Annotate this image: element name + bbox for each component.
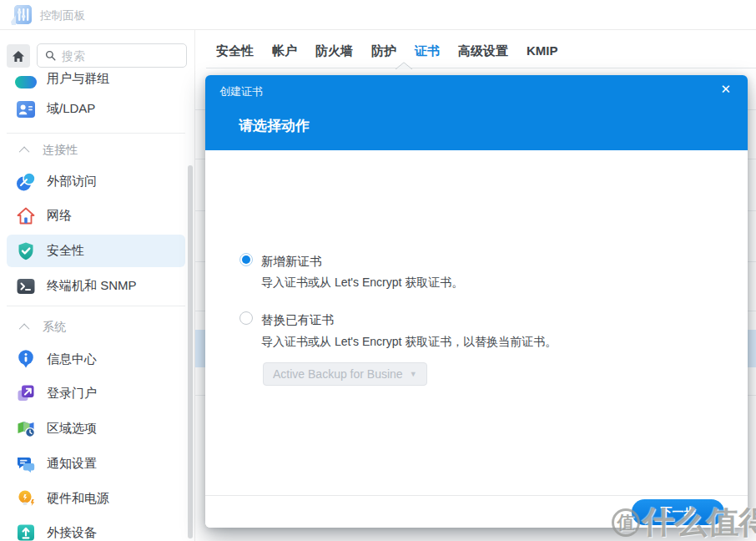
sidebar-item-label: 用户与群组 bbox=[47, 71, 109, 87]
chevron-up-icon bbox=[19, 146, 30, 157]
sidebar-item-network[interactable]: 网络 bbox=[0, 199, 194, 233]
active-tab-caret bbox=[395, 62, 413, 69]
sidebar-item-login-portal[interactable]: 登录门户 bbox=[0, 377, 194, 411]
radio-replace-existing-certificate[interactable] bbox=[239, 311, 253, 325]
sidebar-item-external-access[interactable]: 外部访问 bbox=[0, 164, 194, 199]
tab-bar: 安全性帐户防火墙防护证书高级设置KMIP bbox=[216, 43, 558, 59]
sidebar-item-regional-options[interactable]: 区域选项 bbox=[0, 412, 194, 446]
tab-安全性[interactable]: 安全性 bbox=[216, 43, 254, 59]
dialog-footer: 下一步 bbox=[205, 495, 748, 528]
login-portal-icon bbox=[15, 382, 37, 404]
sidebar-item-label: 终端机和 SNMP bbox=[47, 278, 137, 294]
home-button[interactable] bbox=[7, 44, 30, 68]
external-devices-icon bbox=[15, 522, 37, 541]
chevron-up-icon bbox=[19, 323, 30, 334]
create-certificate-dialog: 创建证书 ✕ 请选择动作 新增新证书导入证书或从 Let's Encrypt 获… bbox=[205, 75, 748, 528]
sidebar-item-label: 区域选项 bbox=[47, 421, 97, 437]
sidebar-item-label: 登录门户 bbox=[47, 386, 97, 402]
sidebar-menu: 用户与群组 域/LDAP 连接性 外部访问 网络 安全性 bbox=[0, 69, 194, 541]
sidebar-item-hardware-power[interactable]: 硬件和电源 bbox=[0, 482, 194, 516]
dialog-title: 创建证书 bbox=[219, 84, 263, 99]
tab-防护[interactable]: 防护 bbox=[371, 43, 396, 59]
radio-add-new-certificate[interactable] bbox=[239, 253, 253, 266]
hardware-power-icon bbox=[15, 488, 37, 509]
sidebar-item-security[interactable]: 安全性 bbox=[0, 234, 194, 268]
sidebar-section-label: 连接性 bbox=[43, 143, 78, 158]
tab-高级设置[interactable]: 高级设置 bbox=[458, 43, 508, 59]
network-icon bbox=[15, 205, 37, 227]
radio-option-label[interactable]: 替换已有证书 bbox=[261, 312, 334, 328]
sidebar-divider bbox=[7, 306, 185, 306]
tab-证书[interactable]: 证书 bbox=[415, 43, 440, 59]
sidebar-section-connectivity[interactable]: 连接性 bbox=[0, 134, 194, 168]
sidebar-item-label: 通知设置 bbox=[47, 456, 97, 472]
regional-options-icon bbox=[15, 417, 37, 439]
radio-option-description: 导入证书或从 Let's Encrypt 获取证书。 bbox=[261, 276, 463, 291]
sidebar: 用户与群组 域/LDAP 连接性 外部访问 网络 安全性 bbox=[0, 30, 194, 541]
chevron-down-icon: ▼ bbox=[410, 370, 417, 378]
close-icon[interactable]: ✕ bbox=[720, 82, 731, 97]
certificate-select-value: Active Backup for Busine bbox=[273, 367, 403, 381]
terminal-icon bbox=[15, 276, 37, 297]
window-titlebar: 控制面板 bbox=[0, 0, 756, 30]
sidebar-item-info-center[interactable]: 信息中心 bbox=[0, 342, 194, 377]
sidebar-item-label: 域/LDAP bbox=[47, 101, 95, 117]
sidebar-section-system[interactable]: 系统 bbox=[0, 311, 194, 345]
search-input[interactable] bbox=[62, 49, 179, 63]
tab-panel-edge bbox=[206, 68, 756, 68]
tab-帐户[interactable]: 帐户 bbox=[272, 43, 297, 59]
control-panel-window: 控制面板 用户与群组 域/LDAP bbox=[0, 0, 756, 541]
notification-icon bbox=[15, 453, 37, 474]
home-icon bbox=[12, 50, 25, 63]
security-shield-icon bbox=[15, 240, 37, 262]
dialog-heading: 请选择动作 bbox=[239, 116, 310, 135]
domain-ldap-icon bbox=[15, 99, 37, 120]
external-access-icon bbox=[15, 171, 37, 193]
radio-option-label[interactable]: 新增新证书 bbox=[261, 254, 322, 270]
sidebar-item-notification[interactable]: 通知设置 bbox=[0, 447, 194, 481]
sidebar-item-label: 网络 bbox=[47, 208, 72, 224]
radio-option-description: 导入证书或从 Let's Encrypt 获取证书，以替换当前证书。 bbox=[261, 335, 557, 350]
sidebar-item-label: 安全性 bbox=[47, 243, 84, 259]
tab-KMIP[interactable]: KMIP bbox=[527, 43, 558, 59]
sidebar-item-label: 外部访问 bbox=[47, 174, 97, 190]
sidebar-item-external-devices[interactable]: 外接设备 bbox=[0, 516, 194, 541]
sidebar-scrollbar[interactable] bbox=[188, 165, 193, 538]
dialog-header: 创建证书 ✕ 请选择动作 bbox=[205, 75, 748, 150]
search-box[interactable] bbox=[37, 43, 187, 68]
sidebar-item-label: 硬件和电源 bbox=[47, 491, 109, 507]
window-title: 控制面板 bbox=[40, 8, 85, 23]
certificate-select[interactable]: Active Backup for Busine ▼ bbox=[263, 362, 427, 386]
next-button[interactable]: 下一步 bbox=[632, 499, 724, 525]
search-icon bbox=[45, 49, 56, 62]
sidebar-item-label: 信息中心 bbox=[47, 351, 97, 367]
sidebar-item-domain-ldap[interactable]: 域/LDAP bbox=[0, 92, 194, 126]
tab-防火墙[interactable]: 防火墙 bbox=[315, 43, 353, 59]
dialog-body: 新增新证书导入证书或从 Let's Encrypt 获取证书。替换已有证书导入证… bbox=[205, 150, 748, 495]
info-center-icon bbox=[15, 348, 37, 370]
control-panel-app-icon bbox=[9, 3, 33, 27]
sidebar-section-label: 系统 bbox=[43, 320, 66, 335]
sidebar-item-terminal-snmp[interactable]: 终端机和 SNMP bbox=[0, 269, 194, 303]
users-icon bbox=[15, 69, 37, 90]
sidebar-item-label: 外接设备 bbox=[47, 525, 97, 541]
